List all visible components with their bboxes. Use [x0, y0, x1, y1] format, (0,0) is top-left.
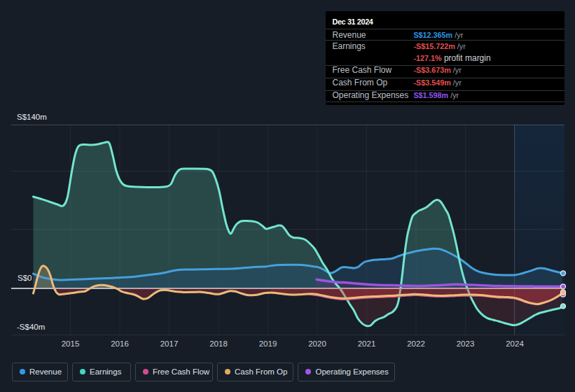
svg-text:2017: 2017	[160, 340, 179, 348]
svg-text:2016: 2016	[111, 340, 129, 348]
svg-text:2024: 2024	[506, 340, 524, 348]
svg-text:2021: 2021	[358, 340, 376, 348]
svg-text:2022: 2022	[407, 340, 425, 348]
svg-text:2023: 2023	[457, 340, 475, 348]
svg-text:2020: 2020	[308, 340, 326, 348]
svg-text:S$0: S$0	[18, 274, 32, 282]
svg-text:2018: 2018	[209, 340, 228, 348]
svg-text:S$140m: S$140m	[17, 113, 47, 121]
svg-text:2015: 2015	[62, 340, 80, 348]
svg-text:-S$40m: -S$40m	[17, 323, 45, 331]
svg-text:2019: 2019	[259, 340, 277, 348]
